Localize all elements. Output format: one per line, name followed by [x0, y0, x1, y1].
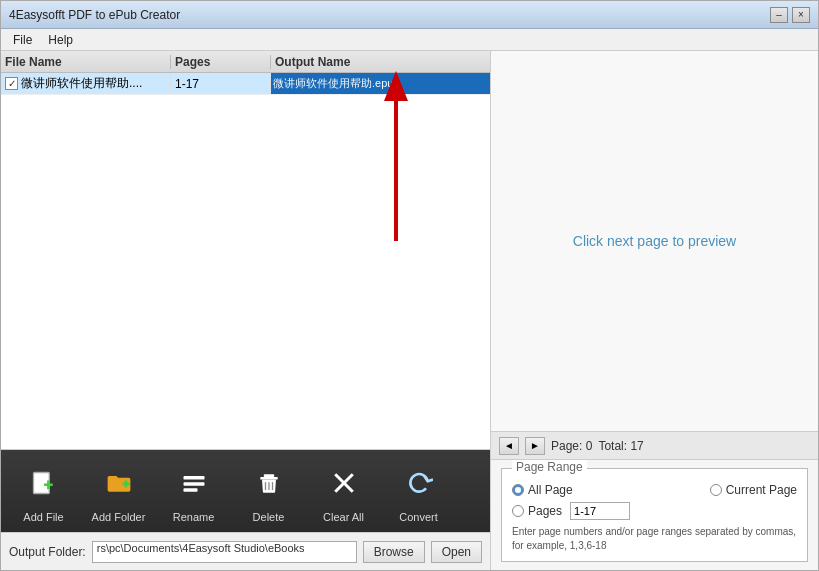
output-bar: Output Folder: rs\pc\Documents\4Easysoft… — [1, 532, 490, 570]
menu-help[interactable]: Help — [40, 31, 81, 49]
menu-bar: File Help — [1, 29, 818, 51]
clear-all-label: Clear All — [323, 511, 364, 523]
left-panel: File Name Pages Output Name 微讲师软件使用帮助...… — [1, 51, 491, 570]
page-range-title: Page Range — [512, 460, 587, 474]
convert-label: Convert — [399, 511, 438, 523]
pages-input[interactable] — [570, 502, 630, 520]
add-folder-label: Add Folder — [92, 511, 146, 523]
row-checkbox[interactable] — [5, 77, 18, 90]
col-output-header: Output Name — [271, 55, 490, 69]
next-page-button[interactable]: ► — [525, 437, 545, 455]
svg-rect-7 — [183, 488, 197, 492]
clear-all-icon — [320, 459, 368, 507]
clear-all-button[interactable]: Clear All — [311, 459, 376, 523]
add-file-icon — [20, 459, 68, 507]
rename-button[interactable]: Rename — [161, 459, 226, 523]
close-button[interactable]: × — [792, 7, 810, 23]
minimize-button[interactable]: – — [770, 7, 788, 23]
rename-label: Rename — [173, 511, 215, 523]
preview-area: Click next page to preview — [491, 51, 818, 432]
add-folder-button[interactable]: Add Folder — [86, 459, 151, 523]
delete-label: Delete — [253, 511, 285, 523]
range-note: Enter page numbers and/or page ranges se… — [512, 525, 797, 553]
preview-text: Click next page to preview — [573, 233, 736, 249]
all-page-option[interactable]: All Page — [512, 483, 573, 497]
delete-icon — [245, 459, 293, 507]
output-path-display: rs\pc\Documents\4Easysoft Studio\eBooks — [92, 541, 357, 563]
main-content: File Name Pages Output Name 微讲师软件使用帮助...… — [1, 51, 818, 570]
prev-page-button[interactable]: ◄ — [499, 437, 519, 455]
rename-icon — [170, 459, 218, 507]
preview-nav: ◄ ► Page: 0 Total: 17 — [491, 432, 818, 460]
svg-rect-5 — [183, 476, 204, 480]
page-range-row2: Pages — [512, 502, 797, 520]
col-filename-header: File Name — [1, 55, 171, 69]
window-controls: – × — [770, 7, 810, 23]
col-pages-header: Pages — [171, 55, 271, 69]
cell-output: 微讲师软件使用帮助.epub — [271, 73, 490, 94]
file-table: File Name Pages Output Name 微讲师软件使用帮助...… — [1, 51, 490, 450]
delete-button[interactable]: Delete — [236, 459, 301, 523]
page-range-panel: Page Range All Page — [491, 460, 818, 570]
svg-rect-8 — [263, 474, 274, 477]
convert-icon — [395, 459, 443, 507]
table-body: 微讲师软件使用帮助.... 1-17 微讲师软件使用帮助.epub — [1, 73, 490, 449]
cell-filename: 微讲师软件使用帮助.... — [1, 75, 171, 92]
table-header: File Name Pages Output Name — [1, 51, 490, 73]
svg-rect-9 — [260, 477, 278, 480]
page-range-row1: All Page Current Page — [512, 483, 797, 497]
menu-file[interactable]: File — [5, 31, 40, 49]
current-page-option[interactable]: Current Page — [710, 483, 797, 497]
right-panel: Click next page to preview ◄ ► Page: 0 T… — [491, 51, 818, 570]
title-bar: 4Easysofft PDF to ePub Creator – × — [1, 1, 818, 29]
page-number: Page: 0 — [551, 439, 592, 453]
add-folder-icon — [95, 459, 143, 507]
open-button[interactable]: Open — [431, 541, 482, 563]
output-folder-label: Output Folder: — [9, 545, 86, 559]
add-file-button[interactable]: Add File — [11, 459, 76, 523]
window-title: 4Easysofft PDF to ePub Creator — [9, 8, 180, 22]
svg-rect-0 — [33, 473, 49, 494]
browse-button[interactable]: Browse — [363, 541, 425, 563]
pages-option[interactable]: Pages — [512, 504, 562, 518]
convert-button[interactable]: Convert — [386, 459, 451, 523]
cell-pages: 1-17 — [171, 77, 271, 91]
toolbar: Add File Add Folder — [1, 450, 490, 532]
add-file-label: Add File — [23, 511, 63, 523]
app-window: 4Easysofft PDF to ePub Creator – × File … — [0, 0, 819, 571]
total-pages: Total: 17 — [598, 439, 643, 453]
svg-rect-6 — [183, 482, 204, 486]
table-row[interactable]: 微讲师软件使用帮助.... 1-17 微讲师软件使用帮助.epub — [1, 73, 490, 95]
